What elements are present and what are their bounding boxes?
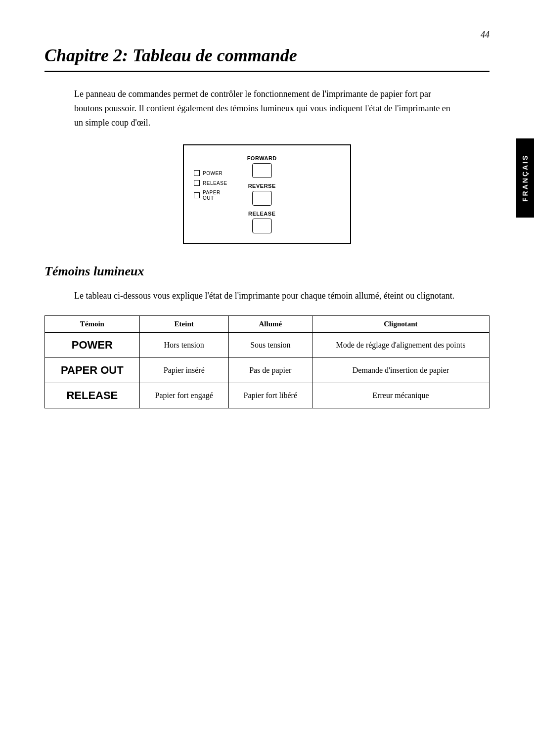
status-table: Témoin Eteint Allumé Clignotant POWER Ho… (44, 315, 490, 408)
indicator-box-paper-out (194, 192, 200, 198)
sidebar-language-tab: FRANÇAIS (516, 138, 534, 218)
row-label-power: POWER (45, 333, 140, 358)
indicator-label-paper-out: PaperOut (203, 190, 221, 201)
section-title: Témoins lumineux (44, 264, 490, 279)
button-group-forward: Forward (247, 155, 277, 178)
cell-paperout-clignotant: Demande d'insertion de papier (312, 358, 489, 383)
cell-paperout-allume: Pas de papier (228, 358, 312, 383)
button-label-release: Release (248, 211, 275, 217)
chapter-title: Chapitre 2: Tableau de commande (44, 45, 490, 72)
indicator-box-release (194, 180, 200, 186)
indicator-box-power (194, 170, 200, 176)
table-row: POWER Hors tension Sous tension Mode de … (45, 333, 490, 358)
row-label-paper-out: PAPER OUT (45, 358, 140, 383)
cell-power-clignotant: Mode de réglage d'alignement des points (312, 333, 489, 358)
row-label-release: RELEASE (45, 383, 140, 408)
cell-release-clignotant: Erreur mécanique (312, 383, 489, 408)
button-label-reverse: Reverse (248, 183, 276, 189)
indicator-release: Release (194, 180, 227, 186)
button-forward[interactable] (252, 163, 272, 178)
button-label-forward: Forward (247, 155, 277, 161)
intro-text: Le panneau de commandes permet de contrô… (74, 87, 460, 130)
cell-release-eteint: Papier fort engagé (139, 383, 228, 408)
cell-release-allume: Papier fort libéré (228, 383, 312, 408)
col-header-temoin: Témoin (45, 316, 140, 333)
indicator-label-power: Power (203, 171, 222, 176)
indicator-power: Power (194, 170, 227, 176)
table-row: PAPER OUT Papier inséré Pas de papier De… (45, 358, 490, 383)
button-release[interactable] (252, 219, 272, 233)
panel-buttons: Forward Reverse Release (247, 155, 277, 233)
table-row: RELEASE Papier fort engagé Papier fort l… (45, 383, 490, 408)
cell-power-allume: Sous tension (228, 333, 312, 358)
col-header-allume: Allumé (228, 316, 312, 333)
panel-indicators: Power Release PaperOut (194, 170, 227, 201)
cell-power-eteint: Hors tension (139, 333, 228, 358)
table-header-row: Témoin Eteint Allumé Clignotant (45, 316, 490, 333)
indicator-paper-out: PaperOut (194, 190, 227, 201)
col-header-eteint: Eteint (139, 316, 228, 333)
section-text: Le tableau ci-dessous vous explique l'ét… (74, 289, 460, 303)
cell-paperout-eteint: Papier inséré (139, 358, 228, 383)
col-header-clignotant: Clignotant (312, 316, 489, 333)
button-reverse[interactable] (252, 191, 272, 206)
button-group-release: Release (247, 211, 277, 233)
button-group-reverse: Reverse (247, 183, 277, 206)
page-number: 44 (44, 30, 490, 40)
panel-diagram: Power Release PaperOut Forward Reverse R… (183, 144, 351, 244)
indicator-label-release: Release (203, 180, 227, 186)
